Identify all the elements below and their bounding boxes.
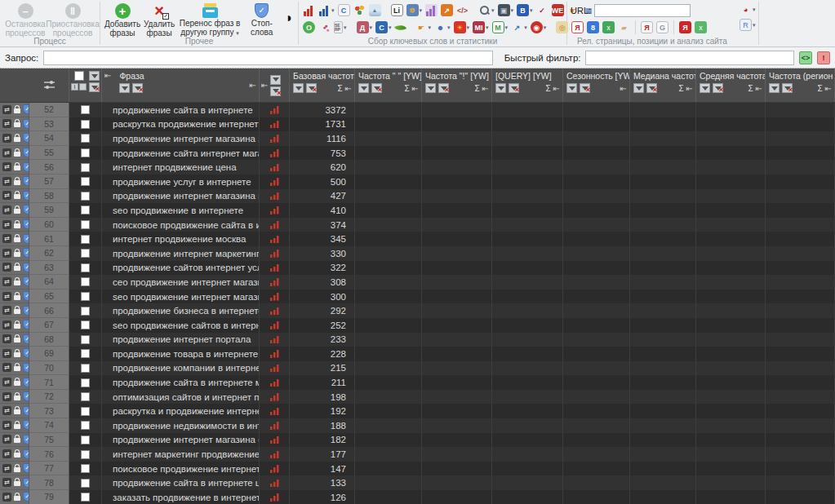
frequency-chart-icon[interactable]: [270, 163, 279, 171]
table-row[interactable]: ⇄ ✓ 69 продвижение товара в интернете 22…: [0, 347, 835, 361]
row-checkbox[interactable]: [81, 321, 90, 329]
transfer-arrows-icon[interactable]: ⇄: [2, 478, 11, 487]
mi-red-icon[interactable]: MI▾: [472, 20, 490, 34]
filter-edit-icon[interactable]: [769, 83, 779, 93]
filter-edit-icon[interactable]: [700, 83, 710, 93]
xls-green-icon[interactable]: x: [602, 20, 615, 34]
transfer-arrows-icon[interactable]: ⇄: [2, 493, 11, 502]
row-checkbox[interactable]: [81, 435, 90, 444]
lock-icon[interactable]: [14, 281, 20, 285]
frequency-chart-icon[interactable]: [270, 378, 279, 387]
table-row[interactable]: ⇄ ✓ 78 продвижение сайта в интернете цен…: [0, 475, 835, 490]
transfer-arrows-icon[interactable]: ⇄: [2, 277, 11, 286]
row-checkbox[interactable]: [81, 163, 90, 172]
clear-selection-toggle[interactable]: [79, 83, 87, 91]
filter-clear-icon[interactable]: ×: [270, 86, 281, 96]
lock-icon[interactable]: [14, 237, 20, 242]
column-header-label[interactable]: Сезонность [YW: [563, 69, 629, 81]
transfer-arrows-icon[interactable]: ⇄: [2, 119, 11, 128]
shield-check-icon[interactable]: ✓: [23, 248, 29, 258]
transfer-arrows-icon[interactable]: ⇄: [2, 206, 11, 214]
stop-processes-button[interactable]: – Остановка процессов: [3, 2, 47, 39]
yandex-red-icon[interactable]: Я: [571, 20, 584, 34]
row-checkbox[interactable]: [81, 378, 90, 387]
row-checkbox[interactable]: [81, 120, 90, 129]
frequency-chart-icon[interactable]: [270, 307, 279, 315]
pin-icon[interactable]: ⇤: [553, 84, 560, 93]
transfer-arrows-icon[interactable]: ⇄: [2, 292, 11, 301]
move-phrases-button[interactable]: Перенос фраз в другую группу ▾: [177, 2, 242, 39]
table-row[interactable]: ⇄ ✓ 79 заказать продвижение в интернете …: [0, 490, 835, 504]
table-row[interactable]: ⇄ ✓ 55 продвижение сайта интернет магази…: [0, 146, 835, 161]
transfer-arrows-icon[interactable]: ⇄: [2, 220, 11, 229]
stop-words-button[interactable]: ✓ Стоп-слова: [244, 2, 280, 38]
sum-icon[interactable]: Σ: [404, 84, 409, 93]
shield-check-icon[interactable]: ✓: [23, 378, 29, 387]
transfer-arrows-icon[interactable]: ⇄: [2, 334, 11, 343]
shield-check-icon[interactable]: ✓: [23, 391, 29, 401]
column-header-label[interactable]: Частота (регион: [766, 69, 834, 81]
frequency-chart-icon[interactable]: [270, 321, 279, 329]
row-checkbox[interactable]: [81, 263, 90, 272]
column-header-label[interactable]: [QUERY] [YW]: [492, 69, 562, 81]
transfer-arrows-icon[interactable]: ⇄: [2, 363, 11, 372]
lock-icon[interactable]: [14, 496, 20, 501]
frequency-chart-icon[interactable]: [270, 407, 279, 415]
filter-edit-icon[interactable]: [425, 83, 436, 93]
lock-icon[interactable]: [14, 209, 20, 214]
frequency-chart-icon[interactable]: [270, 235, 279, 243]
table-row[interactable]: ⇄ ✓ 60 поисковое продвижение сайта в инт…: [0, 218, 835, 232]
shield-check-icon[interactable]: ✓: [23, 276, 29, 286]
delete-phrases-button[interactable]: ×✓ Удалить фразы: [143, 2, 175, 39]
shield-check-icon[interactable]: ✓: [23, 234, 29, 244]
b-service-icon[interactable]: B▾: [516, 3, 534, 17]
frequency-chart-icon[interactable]: [270, 479, 279, 487]
filter-clear-icon[interactable]: ×: [580, 83, 590, 93]
transfer-arrows-icon[interactable]: ⇄: [2, 162, 11, 171]
frequency-chart-icon[interactable]: [270, 120, 279, 128]
frequency-chart-icon[interactable]: [270, 250, 279, 258]
table-row[interactable]: ⇄ ✓ 77 поисковое продвижение интернет ма…: [0, 462, 835, 476]
filter-edit-icon[interactable]: [89, 71, 100, 81]
sum-icon[interactable]: Σ: [817, 84, 822, 93]
table-row[interactable]: ⇄ ✓ 52 продвижение сайта в интернете 337…: [0, 103, 835, 117]
row-checkbox[interactable]: [81, 421, 90, 430]
lock-icon[interactable]: [14, 338, 20, 343]
google-dots-icon[interactable]: [353, 3, 366, 17]
frequency-chart-icon[interactable]: [270, 450, 279, 458]
filter-edit-icon[interactable]: [495, 83, 506, 93]
shield-check-icon[interactable]: ✓: [23, 104, 29, 114]
row-checkbox[interactable]: [81, 206, 90, 214]
filter-edit-icon[interactable]: [566, 83, 577, 93]
search-console-icon[interactable]: C: [337, 3, 351, 17]
d-letter-icon[interactable]: Д▾: [356, 20, 374, 34]
filter-edit-icon[interactable]: [358, 83, 369, 93]
shield-check-icon[interactable]: ✓: [23, 463, 29, 473]
contrast-button[interactable]: ◑: [282, 8, 295, 27]
sum-icon[interactable]: Σ: [474, 84, 479, 93]
frequency-chart-icon[interactable]: [270, 435, 279, 444]
frequency-chart-icon[interactable]: [270, 493, 279, 502]
transfer-arrows-icon[interactable]: ⇄: [2, 378, 11, 387]
lock-icon[interactable]: [14, 396, 20, 400]
frequency-chart-icon[interactable]: [270, 350, 279, 358]
lock-icon[interactable]: [14, 309, 20, 314]
shield-check-icon[interactable]: ✓: [23, 363, 29, 373]
target-red-icon[interactable]: ◉▾: [530, 20, 548, 34]
row-checkbox[interactable]: [81, 220, 90, 229]
settings-sliders-icon[interactable]: [42, 79, 56, 91]
lock-icon[interactable]: [14, 194, 20, 199]
row-checkbox[interactable]: [81, 177, 90, 186]
frequency-chart-icon[interactable]: [270, 221, 279, 229]
pacman-red-icon[interactable]: ◕▾: [739, 2, 757, 16]
wordstat-bars-red-icon[interactable]: [302, 3, 316, 17]
frequency-chart-icon[interactable]: [270, 278, 279, 286]
lock-icon[interactable]: [14, 180, 20, 185]
gear-blue-orange-icon[interactable]: ☸▾: [406, 3, 424, 17]
shield-check-icon[interactable]: ✓: [23, 478, 29, 488]
transfer-arrows-icon[interactable]: ⇄: [2, 191, 11, 200]
row-checkbox[interactable]: [81, 105, 90, 114]
spy-icon[interactable]: ☻▾: [433, 20, 451, 34]
shield-check-icon[interactable]: ✓: [23, 263, 29, 272]
row-checkbox[interactable]: [81, 450, 90, 459]
